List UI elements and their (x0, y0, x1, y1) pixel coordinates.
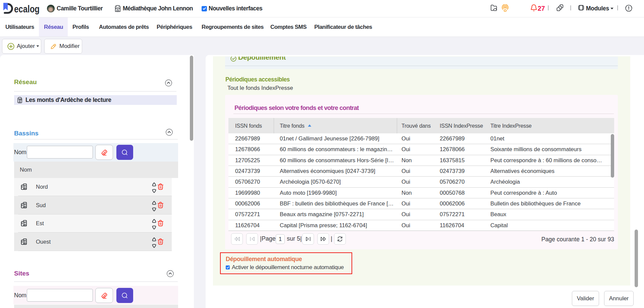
svg-text:ecalog: ecalog (14, 3, 40, 14)
